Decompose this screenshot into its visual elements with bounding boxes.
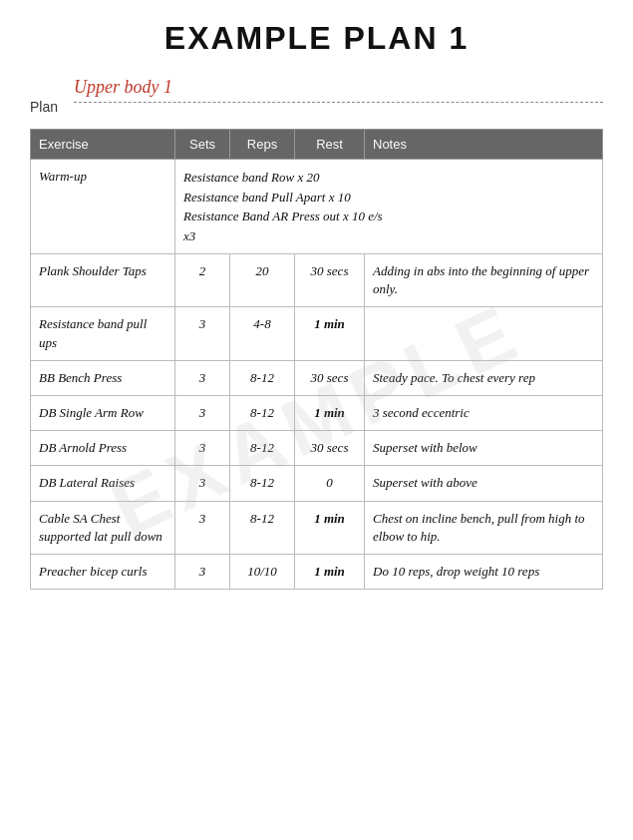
plan-name: Upper body 1 [74, 77, 603, 98]
header-notes: Notes [365, 130, 603, 160]
exercise-rest: 30 secs [295, 254, 365, 307]
exercise-reps: 8-12 [230, 395, 295, 430]
exercise-sets: 3 [175, 501, 230, 554]
table-row: Resistance band pull ups34-81 min [31, 307, 603, 360]
plan-name-block: Upper body 1 [74, 77, 603, 103]
exercise-name: Preacher bicep curls [31, 554, 175, 589]
table-row: DB Single Arm Row38-121 min3 second ecce… [31, 395, 603, 430]
table-row: DB Arnold Press38-1230 secsSuperset with… [31, 431, 603, 466]
exercise-sets: 3 [175, 466, 230, 501]
exercise-reps: 4-8 [230, 307, 295, 360]
header-reps: Reps [230, 130, 295, 160]
exercise-name: Resistance band pull ups [31, 307, 175, 360]
exercise-reps: 8-12 [230, 501, 295, 554]
exercise-rest: 1 min [295, 307, 365, 360]
exercise-name: BB Bench Press [31, 360, 175, 395]
exercise-sets: 3 [175, 307, 230, 360]
exercise-sets: 3 [175, 431, 230, 466]
header-sets: Sets [175, 130, 230, 160]
page-title: EXAMPLE PLAN 1 [30, 20, 603, 57]
exercise-notes: Chest on incline bench, pull from high t… [365, 501, 603, 554]
table-row: Plank Shoulder Taps22030 secsAdding in a… [31, 254, 603, 307]
warmup-description: Resistance band Row x 20Resistance band … [175, 160, 603, 254]
exercise-reps: 20 [230, 254, 295, 307]
exercise-notes [365, 307, 603, 360]
exercise-notes: Steady pace. To chest every rep [365, 360, 603, 395]
exercise-table: Exercise Sets Reps Rest Notes Warm-up Re… [30, 129, 603, 590]
table-row: Cable SA Chest supported lat pull down38… [31, 501, 603, 554]
header-exercise: Exercise [31, 130, 175, 160]
table-row-warmup: Warm-up Resistance band Row x 20Resistan… [31, 160, 603, 254]
plan-divider [74, 102, 603, 103]
header-rest: Rest [295, 130, 365, 160]
exercise-rest: 30 secs [295, 360, 365, 395]
exercise-notes: Do 10 reps, drop weight 10 reps [365, 554, 603, 589]
exercise-sets: 3 [175, 360, 230, 395]
exercise-reps: 8-12 [230, 360, 295, 395]
table-header-row: Exercise Sets Reps Rest Notes [31, 130, 603, 160]
exercise-name: DB Arnold Press [31, 431, 175, 466]
exercise-reps: 10/10 [230, 554, 295, 589]
exercise-sets: 2 [175, 254, 230, 307]
exercise-name: Plank Shoulder Taps [31, 254, 175, 307]
exercise-rest: 30 secs [295, 431, 365, 466]
plan-label: Plan [30, 77, 58, 115]
exercise-rest: 1 min [295, 395, 365, 430]
exercise-reps: 8-12 [230, 431, 295, 466]
exercise-notes: 3 second eccentric [365, 395, 603, 430]
exercise-sets: 3 [175, 395, 230, 430]
table-row: Preacher bicep curls310/101 minDo 10 rep… [31, 554, 603, 589]
exercise-reps: 8-12 [230, 466, 295, 501]
exercise-notes: Superset with above [365, 466, 603, 501]
exercise-rest: 1 min [295, 501, 365, 554]
exercise-name: Cable SA Chest supported lat pull down [31, 501, 175, 554]
exercise-rest: 0 [295, 466, 365, 501]
exercise-rest: 1 min [295, 554, 365, 589]
table-row: DB Lateral Raises38-120Superset with abo… [31, 466, 603, 501]
exercise-name: DB Single Arm Row [31, 395, 175, 430]
plan-label-row: Plan Upper body 1 [30, 77, 603, 115]
warmup-label: Warm-up [31, 160, 175, 254]
exercise-notes: Adding in abs into the beginning of uppe… [365, 254, 603, 307]
exercise-sets: 3 [175, 554, 230, 589]
table-row: BB Bench Press38-1230 secsSteady pace. T… [31, 360, 603, 395]
exercise-notes: Superset with below [365, 431, 603, 466]
exercise-name: DB Lateral Raises [31, 466, 175, 501]
